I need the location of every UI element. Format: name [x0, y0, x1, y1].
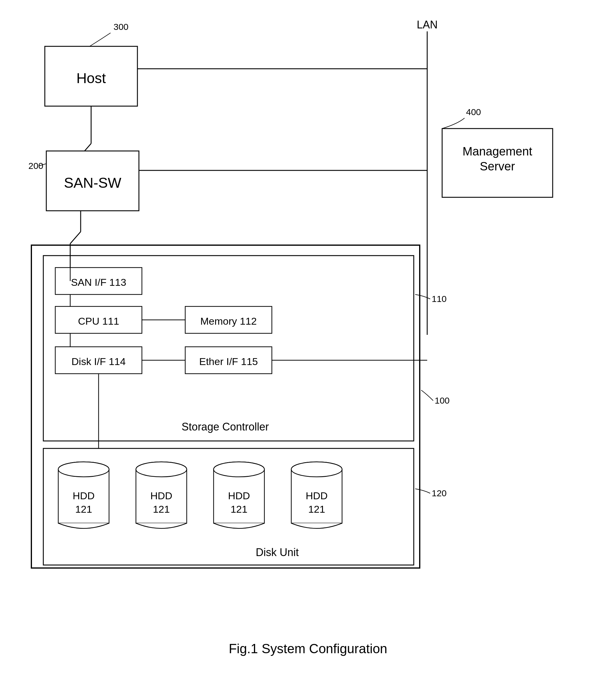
hdd4-group: HDD 121 — [291, 462, 342, 529]
ref-120-label: 120 — [432, 488, 447, 498]
management-server-label-line1: Management — [462, 145, 532, 158]
memory-label: Memory 112 — [200, 315, 257, 327]
storage-controller-label: Storage Controller — [182, 421, 269, 433]
svg-point-20 — [136, 462, 187, 477]
lan-label: LAN — [417, 19, 438, 31]
san-if-label: SAN I/F 113 — [71, 277, 126, 288]
ref-300-label: 300 — [113, 22, 129, 32]
hdd2-label-line2: 121 — [153, 504, 170, 515]
svg-point-17 — [58, 462, 109, 477]
hdd4-label-line1: HDD — [306, 490, 328, 501]
svg-point-26 — [291, 462, 342, 477]
hdd1-label-line1: HDD — [72, 490, 95, 501]
diagram-container: LAN 300 Host 200 SAN-SW 400 Management S… — [0, 0, 616, 684]
hdd4-label-line2: 121 — [308, 504, 325, 515]
disk-unit-label: Disk Unit — [256, 546, 299, 558]
hdd1-group: HDD 121 — [58, 462, 109, 529]
ref-110-label: 110 — [432, 294, 447, 304]
hdd3-label-line1: HDD — [228, 490, 250, 501]
ref-100-label: 100 — [435, 396, 449, 405]
hdd1-label-line2: 121 — [75, 504, 92, 515]
cpu-label: CPU 111 — [78, 315, 119, 327]
hdd2-group: HDD 121 — [136, 462, 187, 529]
svg-line-6 — [70, 232, 81, 244]
hdd3-label-line2: 121 — [230, 504, 248, 515]
hdd3-group: HDD 121 — [214, 462, 264, 529]
disk-if-label: Disk I/F 114 — [71, 356, 126, 367]
host-label: Host — [76, 70, 106, 86]
svg-point-23 — [214, 462, 264, 477]
management-server-label-line2: Server — [480, 159, 515, 173]
san-sw-label: SAN-SW — [64, 175, 122, 191]
ref-400-label: 400 — [466, 107, 481, 117]
ref-200-label: 200 — [28, 161, 43, 171]
hdd2-label-line1: HDD — [150, 490, 172, 501]
fig-caption: Fig.1 System Configuration — [229, 641, 388, 656]
ether-if-label: Ether I/F 115 — [199, 356, 258, 367]
